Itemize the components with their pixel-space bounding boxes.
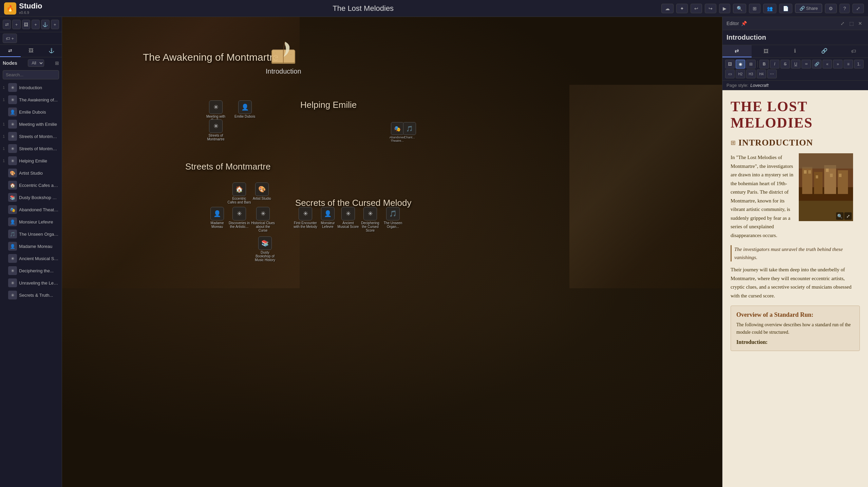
undo-button[interactable]: ↩ bbox=[691, 4, 702, 13]
doc-image-zoom-in-btn[interactable]: 🔍 bbox=[836, 212, 844, 220]
intro-top-canvas-node[interactable]: ✦ ✦ ✦ Introduction bbox=[266, 39, 301, 75]
users-button[interactable]: 👥 bbox=[763, 4, 776, 13]
sidebar-anchor-btn[interactable]: ⚓ bbox=[41, 20, 49, 29]
sidebar: ⇄ + 🖼 + ⚓ + 🏷 + ⇄ 🖼 ⚓ Nodes All ⊞ bbox=[0, 17, 62, 487]
cloud-button[interactable]: ☁ bbox=[661, 4, 674, 13]
magic-button[interactable]: ✦ bbox=[676, 4, 688, 13]
sidebar-tab-anchor[interactable]: ⚓ bbox=[41, 45, 62, 57]
search-button[interactable]: 🔍 bbox=[733, 4, 746, 13]
canvas-node-eccentric[interactable]: 🏠 Eccentric Cafes and Bars bbox=[227, 182, 251, 204]
doc-image-zoom-buttons: 🔍 ⤢ bbox=[836, 212, 852, 220]
pt-block-btn[interactable]: ▭ bbox=[725, 70, 735, 78]
panel-expand-btn[interactable]: ⤢ bbox=[839, 20, 846, 27]
canvas-node-madame[interactable]: 👤 Madame Moreau bbox=[205, 207, 229, 229]
sidebar-node-item[interactable]: 👤 Emilie Dubois bbox=[0, 106, 62, 118]
canvas-node-deciphering[interactable]: ✳ Deciphering the Cursed Score bbox=[358, 207, 382, 232]
pt-bold-btn[interactable]: B bbox=[759, 60, 769, 69]
file-button[interactable]: 📄 bbox=[779, 4, 792, 13]
sidebar-node-item[interactable]: ✳ Unraveling the Lege... bbox=[0, 277, 62, 289]
unseen-icon: 🎵 bbox=[386, 207, 400, 220]
node-item-icon: 👤 bbox=[8, 242, 17, 251]
panel-tab-image[interactable]: 🖼 bbox=[752, 45, 781, 57]
sidebar-img-add-btn[interactable]: + bbox=[32, 20, 40, 29]
canvas-node-ancient-score[interactable]: ✳ Ancient Musical Score bbox=[336, 207, 360, 229]
pt-link-btn[interactable]: 🔗 bbox=[812, 60, 822, 69]
nodes-filter[interactable]: All bbox=[28, 59, 44, 67]
panel-close-btn[interactable]: ✕ bbox=[856, 20, 864, 27]
panel-tab-tags[interactable]: 🏷 bbox=[839, 45, 868, 57]
sidebar-node-item[interactable]: 1 ✳ Meeting with Emilie bbox=[0, 118, 62, 130]
play-button[interactable]: ▶ bbox=[719, 4, 730, 13]
pt-strike-btn[interactable]: S bbox=[780, 60, 790, 69]
canvas-node-emilie-dubois[interactable]: 👤 Emilie Dubois bbox=[234, 100, 255, 118]
sidebar-node-item[interactable]: 🎭 Abandoned Theatre... bbox=[0, 203, 62, 216]
sidebar-node-item[interactable]: ✳ Ancient Musical Score bbox=[0, 252, 62, 265]
pt-image-btn[interactable]: 🖼 bbox=[725, 60, 735, 69]
sidebar-tab-image[interactable]: 🖼 bbox=[21, 45, 41, 57]
nodes-grid-btn[interactable]: ⊞ bbox=[55, 60, 59, 66]
search-input[interactable] bbox=[3, 70, 59, 79]
pt-h3-btn[interactable]: H3 bbox=[746, 70, 756, 78]
sidebar-node-item[interactable]: 1 ✳ Helping Emilie bbox=[0, 155, 62, 167]
sidebar-node-item[interactable]: 📚 Dusty Bookshop of... bbox=[0, 191, 62, 203]
pt-quote-right-btn[interactable]: » bbox=[833, 60, 843, 69]
sidebar-tab-share[interactable]: ⇄ bbox=[0, 45, 21, 57]
doc-image-expand-btn[interactable]: ⤢ bbox=[844, 212, 852, 220]
pt-h2-btn[interactable]: H2 bbox=[736, 70, 745, 78]
panel-tab-link[interactable]: 🔗 bbox=[810, 45, 839, 57]
canvas-node-first-encounter[interactable]: ✳ First Encounter with the Melody bbox=[294, 207, 317, 229]
svg-rect-21 bbox=[814, 172, 823, 194]
sidebar-node-item[interactable]: ✳ Deciphering the... bbox=[0, 265, 62, 277]
sidebar-node-item[interactable]: 1 ✳ Introduction bbox=[0, 81, 62, 94]
sidebar-node-item[interactable]: 🏠 Eccentric Cafes and... bbox=[0, 179, 62, 191]
canvas-node-dusty[interactable]: 📚 Dusty Bookshop of Music History bbox=[253, 236, 277, 262]
sidebar-node-item[interactable]: 👤 Monsieur Lefevre bbox=[0, 216, 62, 228]
pt-more-btn[interactable]: ⋯ bbox=[767, 70, 777, 78]
canvas-right-node2[interactable]: 🎵 Chant... bbox=[403, 122, 416, 139]
canvas-node-streets1[interactable]: ✳ Streets of Montmartre bbox=[204, 119, 228, 141]
pt-layout-btn[interactable]: ⊞ bbox=[746, 60, 756, 69]
canvas-area[interactable]: The Awakening of Montmartre Streets of M… bbox=[62, 17, 722, 487]
expand-button[interactable]: ⤢ bbox=[852, 4, 864, 13]
sidebar-node-item[interactable]: ✳ Secrets & Truth... bbox=[0, 289, 62, 301]
pt-quote-left-btn[interactable]: « bbox=[823, 60, 832, 69]
sidebar-node-item[interactable]: 🎨 Artist Studio bbox=[0, 167, 62, 179]
sidebar-anchor-add-btn[interactable]: + bbox=[51, 20, 59, 29]
pt-list-num-btn[interactable]: 1. bbox=[854, 60, 864, 69]
pt-list-bullet-btn[interactable]: ≡ bbox=[844, 60, 853, 69]
dusty-label: Dusty Bookshop of Music History bbox=[253, 251, 277, 262]
sidebar-node-item[interactable]: 1 ✳ The Awakening of... bbox=[0, 94, 62, 106]
sidebar-add-btn[interactable]: + bbox=[12, 20, 20, 29]
sidebar-node-item[interactable]: 1 ✳ Streets of Montmartre bbox=[0, 142, 62, 155]
help-button[interactable]: ? bbox=[839, 4, 850, 13]
sidebar-image-btn[interactable]: 🖼 bbox=[22, 20, 30, 29]
node-item-num: 1 bbox=[3, 122, 6, 126]
pt-style-btn[interactable]: ◉ bbox=[736, 60, 745, 69]
pt-h4-btn[interactable]: H4 bbox=[757, 70, 766, 78]
canvas-node-unseen[interactable]: 🎵 The Unseen Organ... bbox=[381, 207, 405, 229]
grid-button[interactable]: ⊞ bbox=[749, 4, 760, 13]
canvas-node-artist[interactable]: 🎨 Artist Studio bbox=[253, 182, 271, 200]
doc-inner: THE LOST MELODIES ⊞ INTRODUCTION In "The… bbox=[722, 90, 868, 359]
panel-popout-btn[interactable]: ⬚ bbox=[848, 20, 855, 27]
doc-overview-box: Overview of a Standard Run: The followin… bbox=[731, 306, 860, 351]
sidebar-node-item[interactable]: 👤 Madame Moreau bbox=[0, 240, 62, 252]
sidebar-tag-btn[interactable]: 🏷 + bbox=[3, 34, 17, 43]
redo-button[interactable]: ↪ bbox=[705, 4, 716, 13]
panel-tab-info[interactable]: ℹ bbox=[781, 45, 810, 57]
sidebar-node-item[interactable]: 1 ✳ Streets of Montmartre bbox=[0, 130, 62, 142]
panel-tab-share[interactable]: ⇄ bbox=[722, 45, 752, 57]
node-item-icon: ✳ bbox=[8, 291, 17, 299]
canvas-node-discoveries[interactable]: ✳ Discoveries in the Artistic... bbox=[227, 207, 251, 229]
pt-code-btn[interactable]: ⌨ bbox=[801, 60, 811, 69]
pt-italic-btn[interactable]: I bbox=[770, 60, 779, 69]
settings-button[interactable]: ⚙ bbox=[825, 4, 837, 13]
canvas-node-meeting[interactable]: ✳ Meeting with Emilie bbox=[204, 100, 228, 122]
share-button[interactable]: 🔗 Share bbox=[795, 4, 823, 13]
pt-underline-btn[interactable]: U bbox=[791, 60, 800, 69]
canvas-node-historical[interactable]: ✳ Historical Clues about the Curse bbox=[251, 207, 275, 232]
panel-pin-icon[interactable]: 📌 bbox=[741, 21, 747, 26]
sidebar-node-item[interactable]: 🎵 The Unseen Organ... bbox=[0, 228, 62, 240]
sidebar-share-btn[interactable]: ⇄ bbox=[3, 20, 11, 29]
doc-content-area[interactable]: THE LOST MELODIES ⊞ INTRODUCTION In "The… bbox=[722, 90, 868, 487]
